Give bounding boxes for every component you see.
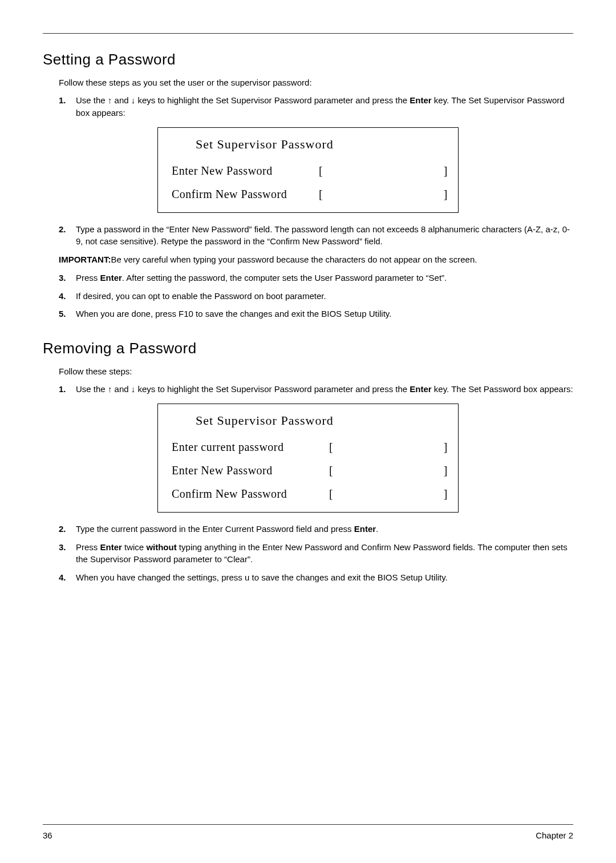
step-content: Press Enter twice without typing anythin… — [76, 541, 573, 566]
step-remove-3: 3. Press Enter twice without typing anyt… — [59, 541, 573, 566]
step-content: If desired, you can opt to enable the Pa… — [76, 290, 573, 303]
chapter-label: Chapter 2 — [536, 830, 573, 840]
dialog-label: Enter New Password — [172, 464, 329, 477]
heading-removing-password: Removing a Password — [43, 340, 573, 357]
footer-rule — [43, 824, 573, 825]
step-content: Press Enter. After setting the password,… — [76, 272, 573, 284]
step-number: 1. — [59, 94, 76, 119]
step-number: 2. — [59, 223, 76, 248]
text: . — [376, 524, 378, 534]
text: Use the — [76, 384, 108, 394]
bracket-left: [ — [329, 487, 338, 501]
intro-remove: Follow these steps: — [59, 365, 573, 377]
step-content: When you have changed the settings, pres… — [76, 571, 573, 584]
step-set-1: 1. Use the ↑ and ↓ keys to highlight the… — [59, 94, 573, 119]
dialog-label: Confirm New Password — [172, 487, 329, 501]
bracket-right: ] — [441, 441, 448, 454]
step-set-4: 4. If desired, you can opt to enable the… — [59, 290, 573, 303]
text: and — [112, 95, 131, 105]
enter-key: Enter — [100, 273, 122, 283]
footer: 36 Chapter 2 — [43, 824, 573, 840]
bracket-left: [ — [329, 441, 338, 454]
steps-remove: 1. Use the ↑ and ↓ keys to highlight the… — [59, 383, 573, 396]
step-content: Use the ↑ and ↓ keys to highlight the Se… — [76, 94, 573, 119]
page-number: 36 — [43, 830, 52, 840]
enter-key: Enter — [410, 95, 431, 105]
step-set-3: 3. Press Enter. After setting the passwo… — [59, 272, 573, 284]
bracket-right: ] — [441, 188, 448, 201]
text: Use the — [76, 95, 108, 105]
enter-key: Enter — [410, 384, 431, 394]
step-set-2: 2. Type a password in the “Enter New Pas… — [59, 223, 573, 248]
footer-row: 36 Chapter 2 — [43, 830, 573, 840]
dialog-label: Confirm New Password — [172, 188, 319, 201]
step-content: When you are done, press F10 to save the… — [76, 308, 573, 320]
dialog-row-enter-new: Enter New Password [ ] — [172, 164, 448, 178]
text: twice — [122, 542, 147, 552]
steps-remove-cont: 2. Type the current password in the Ente… — [59, 523, 573, 584]
text: Press — [76, 273, 100, 283]
steps-set-cont2: 3. Press Enter. After setting the passwo… — [59, 272, 573, 320]
bracket-right: ] — [441, 464, 448, 477]
step-number: 4. — [59, 571, 76, 584]
enter-key: Enter — [100, 542, 122, 552]
important-label: IMPORTANT: — [59, 255, 111, 264]
step-number: 5. — [59, 308, 76, 320]
dialog-row-enter-new: Enter New Password [ ] — [172, 464, 448, 477]
step-set-5: 5. When you are done, press F10 to save … — [59, 308, 573, 320]
top-rule — [43, 33, 573, 34]
dialog-row-current: Enter current password [ ] — [172, 441, 448, 454]
text: Press — [76, 542, 100, 552]
text: key. The Set Password box appears: — [432, 384, 573, 394]
dialog-title: Set Supervisor Password — [196, 137, 448, 152]
important-note: IMPORTANT:Be very careful when typing yo… — [59, 253, 573, 266]
enter-key: Enter — [354, 524, 376, 534]
without-bold: without — [146, 542, 176, 552]
text: keys to highlight the Set Supervisor Pas… — [135, 95, 410, 105]
steps-set-cont: 2. Type a password in the “Enter New Pas… — [59, 223, 573, 248]
bracket-left: [ — [319, 188, 328, 201]
step-number: 3. — [59, 541, 76, 566]
bracket-left: [ — [329, 464, 338, 477]
dialog-remove-supervisor-password: Set Supervisor Password Enter current pa… — [157, 404, 459, 513]
text: keys to highlight the Set Supervisor Pas… — [135, 384, 410, 394]
steps-set: 1. Use the ↑ and ↓ keys to highlight the… — [59, 94, 573, 119]
step-number: 2. — [59, 523, 76, 535]
text: . After setting the password, the comput… — [122, 273, 447, 283]
step-remove-4: 4. When you have changed the settings, p… — [59, 571, 573, 584]
dialog-label: Enter current password — [172, 441, 329, 454]
bracket-right: ] — [441, 164, 448, 178]
dialog-row-confirm-new: Confirm New Password [ ] — [172, 188, 448, 201]
step-content: Use the ↑ and ↓ keys to highlight the Se… — [76, 383, 573, 396]
step-content: Type a password in the “Enter New Passwo… — [76, 223, 573, 248]
step-number: 1. — [59, 383, 76, 396]
step-remove-1: 1. Use the ↑ and ↓ keys to highlight the… — [59, 383, 573, 396]
step-number: 3. — [59, 272, 76, 284]
bracket-left: [ — [319, 164, 328, 178]
dialog-row-confirm-new: Confirm New Password [ ] — [172, 487, 448, 501]
text: and — [112, 384, 131, 394]
step-number: 4. — [59, 290, 76, 303]
important-text: Be very careful when typing your passwor… — [111, 255, 477, 264]
dialog-title: Set Supervisor Password — [196, 413, 448, 428]
dialog-label: Enter New Password — [172, 164, 319, 178]
bracket-right: ] — [441, 487, 448, 501]
step-remove-2: 2. Type the current password in the Ente… — [59, 523, 573, 535]
heading-setting-password: Setting a Password — [43, 51, 573, 68]
dialog-set-supervisor-password: Set Supervisor Password Enter New Passwo… — [157, 127, 459, 213]
step-content: Type the current password in the Enter C… — [76, 523, 573, 535]
intro-set: Follow these steps as you set the user o… — [59, 76, 573, 88]
text: Type the current password in the Enter C… — [76, 524, 354, 534]
